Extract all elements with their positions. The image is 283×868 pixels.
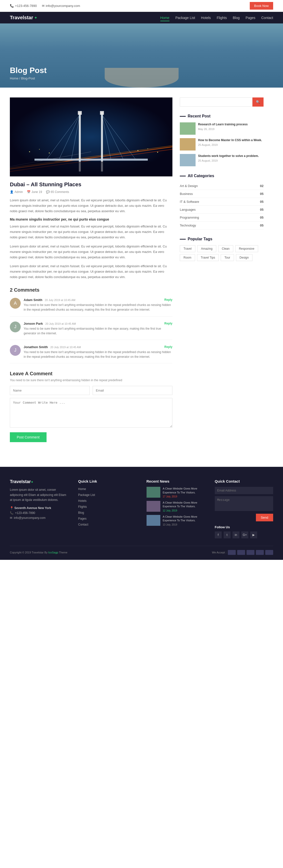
quick-contact-message[interactable] [215, 496, 273, 511]
comment-text: You need to be sure there isn't anything… [24, 350, 172, 359]
facebook-icon[interactable]: f [215, 531, 222, 538]
youtube-icon[interactable]: ▶ [250, 531, 257, 538]
google-plus-icon[interactable]: G+ [241, 531, 248, 538]
footer-email: ✉ info@yourcompany.com [10, 516, 68, 520]
comment-textarea[interactable] [10, 398, 172, 428]
post-comments: 💬 65 Comments [46, 190, 69, 194]
footer-logo-star: ✦ [31, 480, 33, 484]
news-date: 13 July, 2019 [163, 523, 205, 526]
category-count: 05 [260, 223, 263, 227]
table-row: J Jonson Park 20 July 2019 at 10:45 AM R… [10, 321, 172, 340]
news-title: A Clean Website Gives More Experience To… [163, 515, 205, 523]
send-button[interactable]: Send [256, 514, 273, 521]
list-item: Hotels [78, 499, 136, 503]
list-item: A Clean Website Gives More Experience To… [147, 487, 205, 498]
post-subheading: Ma munere singulis instructior per, ne q… [10, 217, 172, 221]
footer-link-contact[interactable]: Contact [78, 523, 88, 526]
footer-logo: Travelstar✦ [10, 479, 68, 484]
comments-section: 2 Commnets A Adam Smith 20 July 2019 at … [10, 287, 172, 364]
tag-travel-tips[interactable]: Travel Tips [197, 254, 219, 261]
tag-responsive[interactable]: Responsive [235, 245, 258, 252]
copyright-text: Copyright © 2019 Travelstar By IcoSagp T… [10, 551, 68, 554]
theme-link[interactable]: IcoSagp [48, 551, 58, 554]
post-comment-button[interactable]: Post Comment [10, 432, 46, 442]
phone-icon: 📞 [10, 4, 14, 8]
we-accept-label: We Accept : [212, 551, 226, 554]
comment-body: Jonathon Smith 20 July 2019 at 10:45 AM … [24, 345, 172, 359]
hero-content: Blog Post Home / Blog-Post [0, 59, 57, 88]
content-area: Dubai – All Stunning Places 👤 Admin 📅 Ju… [10, 97, 172, 442]
tag-design[interactable]: Design [236, 254, 252, 261]
footer-link-hotels[interactable]: Hotels [78, 499, 86, 503]
footer-link-blog[interactable]: Blog [78, 511, 84, 515]
category-name: Business [180, 192, 193, 196]
nav-item-flights[interactable]: Flights [217, 16, 227, 20]
news-title: A Clean Website Gives More Experience To… [163, 487, 205, 494]
recent-post-date: 25 August, 2019 [198, 159, 263, 162]
reply-button[interactable]: Reply [164, 322, 172, 325]
nav-item-contact[interactable]: Contact [261, 16, 273, 20]
list-item: Technology 05 [180, 222, 263, 229]
reply-button[interactable]: Reply [164, 345, 172, 349]
nav-item-pages[interactable]: Pages [246, 16, 255, 20]
follow-us-title: Follow Us [215, 525, 273, 529]
leave-comment-desc: You need to be sure there isn't anything… [10, 378, 172, 382]
comment-name: Jonson Park [24, 322, 43, 326]
comment-date: 20 July 2019 at 10:45 AM [44, 322, 76, 325]
payment-icon-paypal [247, 550, 254, 555]
name-field[interactable] [10, 386, 90, 395]
list-item: Art & Design 02 [180, 182, 263, 190]
comment-text: You need to be sure there isn't anything… [24, 327, 172, 336]
avatar: J [10, 345, 21, 356]
tag-travel[interactable]: Travel [180, 245, 195, 252]
tag-tour[interactable]: Tour [221, 254, 234, 261]
list-item: Research of Learn training process May 2… [180, 122, 263, 135]
list-item: Pages [78, 517, 136, 520]
nav-item-home[interactable]: Home [160, 16, 170, 20]
footer-link-pages[interactable]: Pages [78, 517, 86, 520]
comment-body: Jonson Park 20 July 2019 at 10:45 AM Rep… [24, 321, 172, 336]
table-row: J Jonathon Smith 20 July 2019 at 10:45 A… [10, 345, 172, 364]
linkedin-icon[interactable]: in [233, 531, 239, 538]
search-input[interactable] [180, 97, 252, 106]
tag-clean[interactable]: Clean [218, 245, 233, 252]
list-item: Flights [78, 504, 136, 508]
nav-item-hotels[interactable]: Hotels [201, 16, 211, 20]
nav-item-packages[interactable]: Package List [175, 16, 195, 20]
leave-comment-section: Leave A Comment You need to be sure ther… [10, 371, 172, 442]
top-bar: 📞 +123-456-7890 ✉ info@yourcompany.com B… [0, 0, 283, 12]
svg-point-19 [39, 149, 40, 150]
comment-body: Adam Smith 20 July 2019 at 10:45 AM Repl… [24, 298, 172, 312]
email-info: ✉ info@yourcompany.com [42, 4, 80, 8]
post-paragraph-2: Lorem ipsum dolor sit amet, mel ut mazim… [10, 224, 172, 240]
list-item: Blog [78, 510, 136, 515]
nav-item-blog[interactable]: Blog [233, 16, 240, 20]
recent-post-title: How to Become Master In CSS within a Wee… [198, 138, 263, 142]
footer-contact-col: Quick Contact Send Follow Us f t in G+ ▶ [215, 479, 273, 538]
recent-post-info: Students work together to solve a proble… [198, 154, 263, 162]
footer-link-flights[interactable]: Flights [78, 505, 87, 508]
comment-header: Jonson Park 20 July 2019 at 10:45 AM Rep… [24, 321, 172, 326]
search-button[interactable]: 🔍 [252, 97, 263, 106]
footer-links-title: Quick Link [78, 479, 136, 483]
footer-link-home[interactable]: Home [78, 487, 86, 491]
reply-button[interactable]: Reply [164, 298, 172, 302]
book-now-button[interactable]: Book Now [250, 2, 273, 10]
recent-posts-title: Recent Post [180, 114, 263, 118]
footer-link-packages[interactable]: Package List [78, 493, 95, 497]
tag-room[interactable]: Room [180, 254, 195, 261]
footer-links-col: Quick Link Home Package List Hotels Flig… [78, 479, 136, 538]
news-thumbnail [147, 515, 160, 526]
svg-point-21 [137, 150, 138, 151]
categories-title: All Categories [180, 174, 263, 178]
footer-about-text: Lorem ipsum dolor sit amet, conser adipi… [10, 487, 68, 502]
tag-amazing[interactable]: Amazing [197, 245, 216, 252]
svg-point-18 [29, 151, 30, 152]
email-icon-footer: ✉ [10, 516, 12, 520]
twitter-icon[interactable]: t [224, 531, 231, 538]
footer-news-col: Recent News A Clean Website Gives More E… [147, 479, 205, 538]
quick-contact-email[interactable] [215, 487, 273, 494]
comment-header: Adam Smith 20 July 2019 at 10:45 AM Repl… [24, 298, 172, 302]
email-field[interactable] [93, 386, 172, 395]
avatar: A [10, 298, 21, 309]
